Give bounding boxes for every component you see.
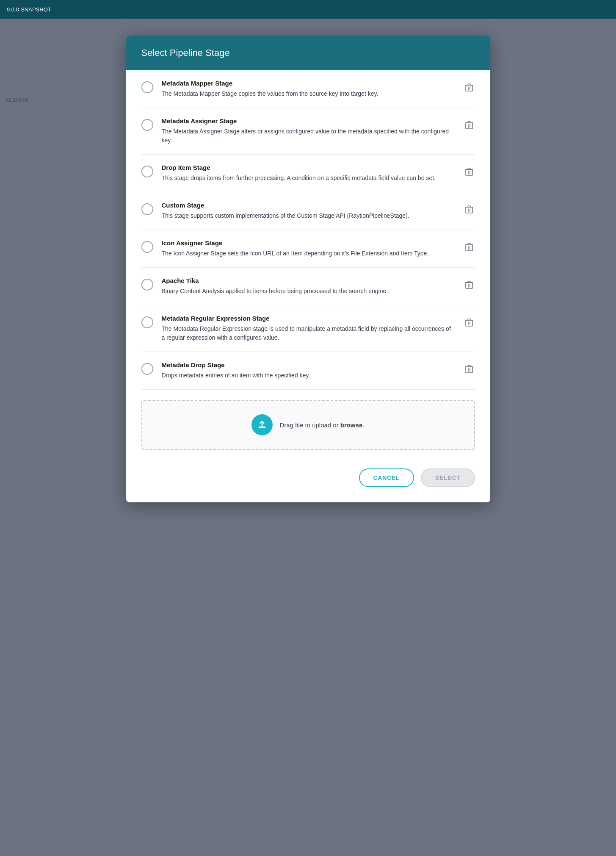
browse-link[interactable]: browse [340,421,363,429]
trash-icon [465,318,473,327]
upload-text: Drag file to upload or browse. [279,421,364,429]
trash-icon [465,280,473,290]
modal-body: Metadata Mapper Stage The Metadata Mappe… [126,70,490,450]
stage-desc-metadata-mapper: The Metadata Mapper Stage copies the val… [162,89,455,98]
app-version: 9.0.0-SNAPSHOT [7,6,51,13]
delete-stage-icon-assigner[interactable] [463,241,475,255]
delete-stage-metadata-mapper[interactable] [463,81,475,95]
stage-name-drop-item: Drop Item Stage [162,164,455,171]
stage-radio-metadata-regex[interactable] [141,316,153,328]
cancel-button[interactable]: CANCEL [359,468,414,487]
trash-icon [465,243,473,252]
stage-item: Metadata Mapper Stage The Metadata Mappe… [141,70,475,108]
select-button[interactable]: SELECT [421,468,475,487]
delete-stage-metadata-drop[interactable] [463,363,475,377]
modal-title: Select Pipeline Stage [141,47,475,58]
stage-desc-metadata-drop: Drops metadata entries of an item with t… [162,371,455,380]
svg-rect-3 [466,123,472,129]
stage-content-metadata-regex: Metadata Regular Expression Stage The Me… [162,315,455,342]
stage-content-icon-assigner: Icon Assigner Stage The Icon Assigner St… [162,239,455,258]
upload-arrow-icon [257,420,267,430]
stage-name-metadata-assigner: Metadata Assigner Stage [162,117,455,125]
stage-content-drop-item: Drop Item Stage This stage drops items f… [162,164,455,183]
stage-desc-custom-stage: This stage supports custom implementatio… [162,211,455,220]
stage-item: Drop Item Stage This stage drops items f… [141,155,475,192]
trash-icon [465,365,473,374]
stage-radio-icon-assigner[interactable] [141,241,153,253]
svg-rect-9 [466,207,472,213]
stage-desc-drop-item: This stage drops items from further proc… [162,174,455,183]
stage-content-metadata-mapper: Metadata Mapper Stage The Metadata Mappe… [162,80,455,98]
stage-content-custom-stage: Custom Stage This stage supports custom … [162,202,455,220]
upload-zone[interactable]: Drag file to upload or browse. [141,400,475,450]
stage-name-icon-assigner: Icon Assigner Stage [162,239,455,247]
stage-name-metadata-regex: Metadata Regular Expression Stage [162,315,455,322]
stage-desc-icon-assigner: The Icon Assigner Stage sets the Icon UR… [162,249,455,258]
stage-radio-metadata-drop[interactable] [141,363,153,375]
svg-rect-6 [466,169,472,175]
upload-icon [251,414,273,435]
stage-content-metadata-assigner: Metadata Assigner Stage The Metadata Ass… [162,117,455,145]
stage-name-custom-stage: Custom Stage [162,202,455,209]
stage-radio-custom-stage[interactable] [141,203,153,215]
delete-stage-custom-stage[interactable] [463,203,475,217]
trash-icon [465,121,473,130]
stage-radio-apache-tika[interactable] [141,279,153,291]
svg-rect-0 [466,85,472,91]
delete-stage-metadata-assigner[interactable] [463,119,475,133]
delete-stage-apache-tika[interactable] [463,279,475,293]
stage-name-metadata-drop: Metadata Drop Stage [162,361,455,368]
stage-name-apache-tika: Apache Tika [162,277,455,284]
stage-item: Metadata Assigner Stage The Metadata Ass… [141,108,475,155]
svg-rect-18 [466,320,472,326]
trash-icon [465,205,473,214]
stage-content-metadata-drop: Metadata Drop Stage Drops metadata entri… [162,361,455,380]
stage-content-apache-tika: Apache Tika Binary Content Analysis appl… [162,277,455,296]
svg-rect-15 [466,283,472,288]
stage-radio-metadata-assigner[interactable] [141,119,153,131]
stage-radio-drop-item[interactable] [141,166,153,177]
stage-item: Metadata Drop Stage Drops metadata entri… [141,352,475,390]
svg-rect-12 [466,245,472,251]
stage-item: Icon Assigner Stage The Icon Assigner St… [141,230,475,268]
stage-radio-metadata-mapper[interactable] [141,81,153,93]
modal-header: Select Pipeline Stage [126,36,490,70]
trash-icon [465,83,473,92]
stage-item: Custom Stage This stage supports custom … [141,192,475,230]
modal: Select Pipeline Stage Metadata Mapper St… [126,36,490,502]
top-bar: 9.0.0-SNAPSHOT [0,0,616,19]
stage-item: Metadata Regular Expression Stage The Me… [141,305,475,352]
delete-stage-metadata-regex[interactable] [463,316,475,330]
svg-rect-21 [466,367,472,373]
sidebar-label: ALIDATE [0,93,33,106]
stage-desc-metadata-assigner: The Metadata Assigner Stage alters or as… [162,127,455,145]
stage-desc-metadata-regex: The Metadata Regular Expression stage is… [162,324,455,342]
delete-stage-drop-item[interactable] [463,166,475,180]
stage-name-metadata-mapper: Metadata Mapper Stage [162,80,455,87]
trash-icon [465,167,473,177]
stage-desc-apache-tika: Binary Content Analysis applied to items… [162,287,455,296]
stage-item: Apache Tika Binary Content Analysis appl… [141,268,475,305]
modal-footer: CANCEL SELECT [126,460,490,502]
